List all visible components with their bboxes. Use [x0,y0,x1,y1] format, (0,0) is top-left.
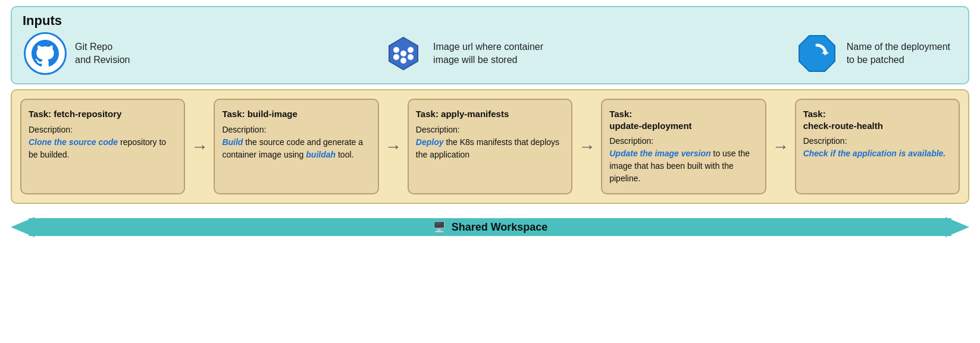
workspace-label: 🖥️ Shared Workspace [433,221,548,234]
tasks-section: Task: fetch-repository Description: Clon… [11,89,969,204]
input-text-github: Git Repo and Revision [75,40,130,67]
task-desc-build-image: Description: Build the source code and g… [222,124,370,161]
arrow-4-5: → [772,137,789,156]
task-desc-fetch-repository: Description: Clone the source code repos… [29,124,177,161]
svg-point-6 [408,54,414,60]
arrow-3-4: → [578,137,595,156]
task-desc-apply-manifests: Description: Deploy the K8s manifests th… [416,124,564,161]
svg-marker-7 [799,36,835,71]
svg-point-4 [400,58,406,64]
workspace-section: 🖥️ Shared Workspace [11,209,969,246]
octagon-icon [796,32,838,75]
input-item-github: Git Repo and Revision [24,32,130,75]
task-desc-update-deployment: Description: Update the image version to… [609,135,757,185]
task-card-build-image: Task: build-image Description: Build the… [214,99,378,194]
workspace-text: Shared Workspace [452,221,548,234]
svg-marker-11 [945,217,969,237]
hexagon-icon [382,32,425,75]
input-item-deployment: Name of the deployment to be patched [796,32,950,75]
svg-marker-10 [11,217,35,237]
task-desc-check-route-health: Description: Check if the application is… [803,135,951,160]
task-card-check-route-health: Task:check-route-health Description: Che… [795,99,960,194]
input-text-deployment: Name of the deployment to be patched [847,40,950,67]
workspace-icon: 🖥️ [433,221,446,234]
task-title-update-deployment: Task:update-deployment [609,108,757,131]
task-title-check-route-health: Task:check-route-health [803,108,951,131]
inputs-section: Inputs Git Repo and Revision [11,6,969,84]
svg-point-5 [408,47,414,53]
task-card-apply-manifests: Task: apply-manifests Description: Deplo… [408,99,572,194]
task-title-fetch-repository: Task: fetch-repository [29,108,177,120]
svg-point-3 [393,54,399,60]
github-icon [24,32,67,75]
inputs-label: Inputs [23,13,62,29]
task-title-apply-manifests: Task: apply-manifests [416,108,564,120]
svg-point-2 [393,47,399,53]
main-wrapper: Inputs Git Repo and Revision [0,0,980,251]
input-item-container: Image url where container image will be … [382,32,543,75]
task-card-update-deployment: Task:update-deployment Description: Upda… [601,99,766,194]
arrow-2-3: → [385,137,402,156]
input-text-container: Image url where container image will be … [433,40,543,67]
arrow-1-2: → [191,137,208,156]
task-title-build-image: Task: build-image [222,108,370,120]
task-card-fetch-repository: Task: fetch-repository Description: Clon… [20,99,185,194]
svg-point-1 [400,51,406,56]
